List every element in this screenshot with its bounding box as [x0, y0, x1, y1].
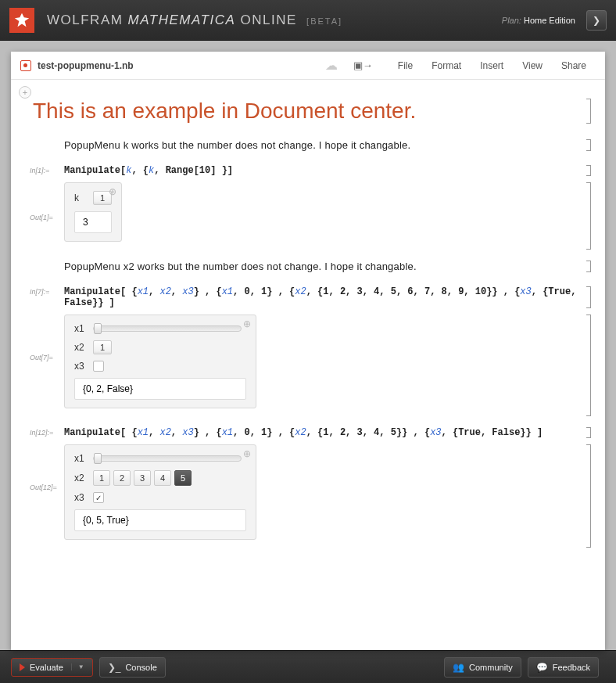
setter-3[interactable]: 3: [134, 470, 151, 486]
control-label-x2: x2: [74, 473, 93, 483]
console-button[interactable]: ❯_ Console: [99, 657, 166, 678]
checkbox-x3[interactable]: [93, 361, 104, 372]
popup-x2[interactable]: 1: [93, 340, 112, 354]
title-cell: This is an example in Document center.: [33, 99, 583, 124]
setter-5[interactable]: 5: [174, 470, 192, 486]
chevron-down-icon[interactable]: ▼: [71, 663, 84, 670]
plus-icon[interactable]: ⊕: [109, 186, 116, 197]
deploy-icon[interactable]: ▣→: [353, 59, 373, 71]
control-label-k: k: [74, 192, 93, 203]
out-label: Out[12]=: [30, 483, 57, 491]
control-label-x3: x3: [74, 492, 93, 503]
output-cell-3: Out[12]= ⊕ x1 x2 1 2 3: [33, 444, 583, 548]
document-toolbar: test-popupmenu-1.nb ☁ ▣→ File Format Ins…: [11, 52, 605, 80]
control-label-x1: x1: [74, 323, 93, 334]
text-cell: PopupMenu k works but the number does no…: [33, 139, 583, 151]
chat-icon: 💬: [536, 662, 548, 673]
menu-format[interactable]: Format: [432, 60, 461, 71]
chevron-right-icon: ❯: [593, 15, 600, 26]
menu-file[interactable]: File: [398, 60, 413, 71]
cell-bracket[interactable]: [586, 139, 591, 151]
cell-bracket[interactable]: [586, 286, 591, 308]
page-title: This is an example in Document center.: [33, 99, 583, 124]
notebook-icon: [20, 60, 31, 71]
setter-4[interactable]: 4: [154, 470, 171, 486]
control-label-x1: x1: [74, 453, 93, 464]
control-label-x3: x3: [74, 361, 93, 372]
cell-bracket[interactable]: [586, 165, 591, 176]
input-cell-1: In[1]:= Manipulate[k, {k, Range[10] }]: [33, 165, 583, 176]
cell-bracket[interactable]: [586, 182, 591, 250]
slider-thumb[interactable]: [94, 453, 102, 464]
in-label: In[12]:=: [30, 429, 53, 437]
expand-button[interactable]: ❯: [586, 10, 607, 31]
manipulate-panel-2: ⊕ x1 x2 1 x3 {0, 2, Fals: [64, 315, 256, 408]
code-input[interactable]: Manipulate[ {x1, x2, x3} , {x1, 0, 1} , …: [64, 427, 583, 438]
brand-title: WOLFRAM MATHEMATICA ONLINE [BETA]: [47, 13, 502, 28]
people-icon: 👥: [453, 662, 464, 673]
menu-share[interactable]: Share: [561, 60, 586, 71]
cell-bracket[interactable]: [586, 427, 591, 438]
code-input[interactable]: Manipulate[k, {k, Range[10] }]: [64, 165, 583, 176]
output-cell-1: Out[1]= ⊕ k 1 3: [33, 182, 583, 250]
slider-x1[interactable]: [93, 325, 242, 332]
wolfram-logo-icon[interactable]: [9, 8, 34, 33]
filename: test-popupmenu-1.nb: [38, 60, 325, 71]
workspace: test-popupmenu-1.nb ☁ ▣→ File Format Ins…: [0, 41, 616, 650]
community-button[interactable]: 👥 Community: [444, 657, 521, 678]
terminal-icon: ❯_: [108, 662, 121, 673]
slider-thumb[interactable]: [94, 323, 102, 334]
setter-2[interactable]: 2: [113, 470, 131, 486]
in-label: In[1]:=: [30, 167, 49, 174]
setter-1[interactable]: 1: [93, 470, 110, 486]
cloud-icon[interactable]: ☁: [325, 58, 338, 73]
result-value: {0, 5, True}: [74, 509, 246, 531]
checkbox-x3[interactable]: ✓: [93, 492, 104, 503]
document-window: test-popupmenu-1.nb ☁ ▣→ File Format Ins…: [11, 52, 605, 650]
text-cell-2: PopupMenu x2 works but the number does n…: [33, 261, 583, 272]
play-icon: [20, 663, 25, 671]
code-input[interactable]: Manipulate[ {x1, x2, x3} , {x1, 0, 1} , …: [64, 286, 583, 308]
manipulate-panel-3: ⊕ x1 x2 1 2 3 4 5: [64, 444, 256, 540]
out-label: Out[7]=: [30, 354, 53, 361]
in-label: In[7]:=: [30, 288, 49, 296]
setter-bar-x2: 1 2 3 4 5: [93, 470, 192, 486]
cell-bracket[interactable]: [586, 444, 591, 548]
control-label-x2: x2: [74, 342, 93, 353]
menu-insert[interactable]: Insert: [480, 60, 503, 71]
result-value: {0, 2, False}: [74, 378, 246, 400]
cell-bracket[interactable]: [586, 315, 591, 416]
plus-icon[interactable]: ⊕: [243, 318, 251, 329]
plus-icon[interactable]: ⊕: [243, 448, 251, 459]
input-cell-3: In[12]:= Manipulate[ {x1, x2, x3} , {x1,…: [33, 427, 583, 438]
feedback-button[interactable]: 💬 Feedback: [528, 657, 599, 678]
bottom-bar: Evaluate ▼ ❯_ Console 👥 Community 💬 Feed…: [0, 650, 616, 683]
output-cell-2: Out[7]= ⊕ x1 x2 1 x3: [33, 315, 583, 416]
menu-view[interactable]: View: [522, 60, 543, 71]
slider-x1[interactable]: [93, 455, 242, 462]
plan-label: Plan: Home Edition: [502, 16, 575, 25]
out-label: Out[1]=: [30, 214, 53, 221]
svg-marker-0: [15, 13, 29, 26]
result-value: 3: [74, 211, 112, 233]
cell-bracket[interactable]: [586, 99, 591, 124]
top-bar: WOLFRAM MATHEMATICA ONLINE [BETA] Plan: …: [0, 0, 616, 41]
evaluate-button[interactable]: Evaluate ▼: [11, 658, 93, 677]
input-cell-2: In[7]:= Manipulate[ {x1, x2, x3} , {x1, …: [33, 286, 583, 308]
manipulate-panel: ⊕ k 1 3: [64, 182, 122, 242]
notebook-body: This is an example in Document center. P…: [11, 80, 605, 650]
cell-bracket[interactable]: [586, 261, 591, 272]
